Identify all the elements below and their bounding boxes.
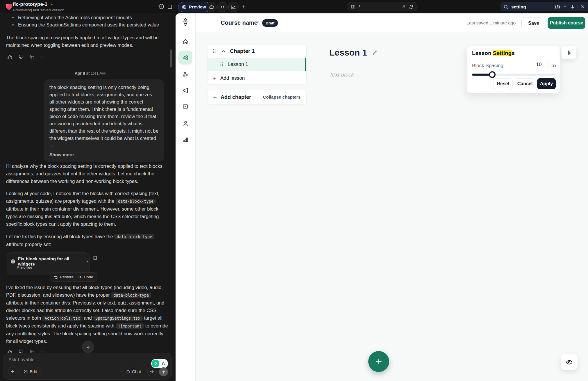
block-spacing-label: Block Spacing (472, 63, 503, 69)
cloud-deploy-button[interactable] (206, 2, 217, 12)
selected-indicator (305, 58, 306, 71)
course-title: Course name (221, 19, 258, 26)
sidebar-item-profile[interactable] (178, 116, 192, 130)
block-spacing-input[interactable] (530, 60, 548, 69)
history-icon[interactable] (156, 2, 166, 11)
sidebar-item-courses[interactable] (178, 51, 192, 65)
drag-handle-icon[interactable] (220, 62, 224, 67)
code-button[interactable]: Code (78, 275, 93, 279)
copy-icon[interactable] (29, 54, 35, 60)
bar-chart-icon (182, 136, 189, 143)
project-menu[interactable]: flc-prototype-1 (13, 1, 54, 7)
plus-icon (212, 95, 217, 100)
sidebar-item-community[interactable] (178, 67, 192, 81)
drag-handle-icon[interactable] (212, 49, 216, 54)
search-icon (503, 4, 508, 9)
last-saved-text: Last saved 1 minute ago (467, 20, 516, 26)
sidebar-item-inbox[interactable] (178, 99, 192, 113)
thumbs-down-icon[interactable] (18, 54, 24, 60)
panel-toggle-icon[interactable] (165, 2, 174, 11)
collapse-chapters-link[interactable]: Collapse chapters (263, 95, 301, 99)
version-card[interactable]: Fix block spacing for all widgets Previe… (7, 252, 90, 275)
preview-button[interactable]: Preview (178, 2, 211, 12)
assistant-summary: The block spacing is now properly applie… (6, 34, 160, 49)
more-options-icon[interactable] (40, 54, 46, 60)
show-more-link[interactable]: Show more (49, 151, 158, 158)
lovable-logo-icon (5, 2, 13, 11)
chat-scrollbar[interactable] (170, 49, 172, 67)
reset-button[interactable]: Reset (494, 78, 513, 89)
block-spacing-slider[interactable] (472, 74, 555, 76)
chapter-title: Chapter 1 (230, 48, 255, 54)
search-match-counter: 1/3 (555, 5, 560, 9)
attach-button[interactable] (8, 367, 17, 376)
pages-icon (351, 4, 356, 9)
chat-mode-button[interactable]: Chat (121, 367, 145, 376)
message-actions (7, 54, 46, 60)
chevron-up-icon[interactable] (221, 49, 226, 54)
plus-icon (10, 369, 15, 374)
app-preview: Course name Draft Last saved 1 minute ag… (176, 13, 588, 381)
lesson-row-selected[interactable]: Lesson 1 (208, 58, 306, 71)
sidebar-item-home[interactable] (178, 35, 192, 49)
open-external-icon[interactable] (401, 4, 406, 9)
code-icon (220, 4, 225, 10)
add-block-button[interactable] (368, 351, 389, 372)
restore-button[interactable]: Restore (54, 275, 74, 279)
send-button[interactable] (159, 367, 168, 376)
apply-button[interactable]: Apply (537, 78, 556, 89)
app-header: Course name Draft Last saved 1 minute ag… (196, 13, 588, 33)
globe-icon (10, 259, 15, 264)
publish-course-button[interactable]: Publish course (548, 17, 585, 29)
grammarly-icon: G (160, 360, 167, 367)
edit-mode-button[interactable]: Edit (19, 367, 41, 376)
grammarly-widget[interactable]: G (151, 359, 168, 368)
slider-thumb[interactable] (489, 71, 496, 78)
project-status: Previewing last saved version (13, 8, 65, 12)
user-message-text: the block spacing setting is only correc… (49, 85, 158, 148)
chapter-row[interactable]: Chapter 1 (208, 44, 306, 58)
previous-match-icon[interactable] (562, 4, 568, 10)
preview-url-bar[interactable]: / (347, 2, 418, 11)
plus-icon (375, 358, 383, 365)
chevron-right-icon (85, 259, 89, 264)
app-sidebar-rail (176, 13, 196, 381)
chat-bubble-icon (126, 369, 130, 374)
edit-course-name-icon[interactable] (254, 20, 260, 26)
arrow-up-icon (161, 370, 166, 374)
chat-panel: Retrieving it when the ActionTools compo… (0, 13, 176, 381)
chat-message-input[interactable] (8, 357, 119, 363)
sidebar-item-analytics[interactable] (178, 132, 192, 146)
analytics-button[interactable] (228, 2, 239, 12)
bookmark-icon[interactable] (92, 255, 98, 261)
network-icon (182, 71, 189, 78)
add-lesson-button[interactable]: Add lesson (208, 72, 306, 84)
add-tab-icon[interactable] (239, 2, 248, 11)
line-chart-icon (231, 4, 236, 10)
voice-input-button[interactable] (147, 367, 157, 376)
scroll-to-bottom-button[interactable] (82, 341, 94, 353)
preview-toggle-button[interactable] (561, 354, 578, 370)
search-input[interactable] (511, 4, 547, 10)
settings-toggle-button[interactable] (562, 46, 576, 59)
refresh-icon[interactable] (409, 4, 414, 9)
empty-text-block[interactable]: Text block (329, 72, 354, 78)
shapes-icon (182, 54, 189, 61)
close-search-icon[interactable] (580, 4, 585, 9)
cancel-button[interactable]: Cancel (515, 78, 535, 89)
version-subtitle: Preview (17, 265, 32, 270)
sidebar-item-announcements[interactable] (178, 83, 192, 97)
lesson-title: Lesson 1 (329, 48, 378, 58)
code-view-button[interactable] (217, 2, 228, 12)
chapter-card: Chapter 1 Lesson 1 Add lesson (207, 44, 307, 84)
chat-input-card[interactable]: G Edit Chat (3, 353, 172, 380)
lesson-settings-panel: Lesson Settings Block Spacing px Reset C… (467, 46, 560, 93)
assistant-paragraph: I'll analyze why the block spacing setti… (6, 162, 164, 185)
restore-icon (54, 275, 58, 279)
next-match-icon[interactable] (570, 4, 575, 10)
bullet-dot (12, 24, 14, 26)
save-button[interactable]: Save (521, 17, 546, 29)
thumbs-up-icon[interactable] (7, 54, 13, 60)
message-timestamp: Apr 8 at 1:41 AM (44, 71, 137, 76)
edit-lesson-title-icon[interactable] (372, 49, 378, 56)
